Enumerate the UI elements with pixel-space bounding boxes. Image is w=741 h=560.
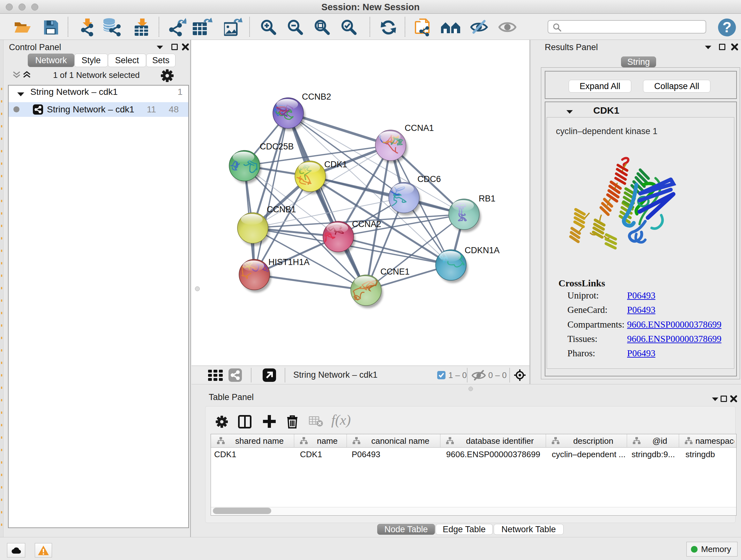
svg-text:CCNE1: CCNE1 bbox=[381, 267, 410, 276]
svg-text:HIST1H1A: HIST1H1A bbox=[268, 257, 310, 267]
svg-text:CDKN1A: CDKN1A bbox=[465, 246, 500, 255]
svg-text:CCNA1: CCNA1 bbox=[405, 123, 434, 133]
svg-text:CCNA2: CCNA2 bbox=[352, 219, 381, 229]
svg-text:CCNB1: CCNB1 bbox=[267, 205, 296, 214]
svg-text:RB1: RB1 bbox=[479, 194, 495, 203]
svg-text:CDK1: CDK1 bbox=[324, 160, 347, 169]
svg-text:CDC25B: CDC25B bbox=[260, 142, 294, 151]
svg-text:CCNB2: CCNB2 bbox=[302, 92, 331, 102]
svg-text:CDC6: CDC6 bbox=[417, 174, 441, 184]
svg-text:?: ? bbox=[723, 19, 731, 36]
